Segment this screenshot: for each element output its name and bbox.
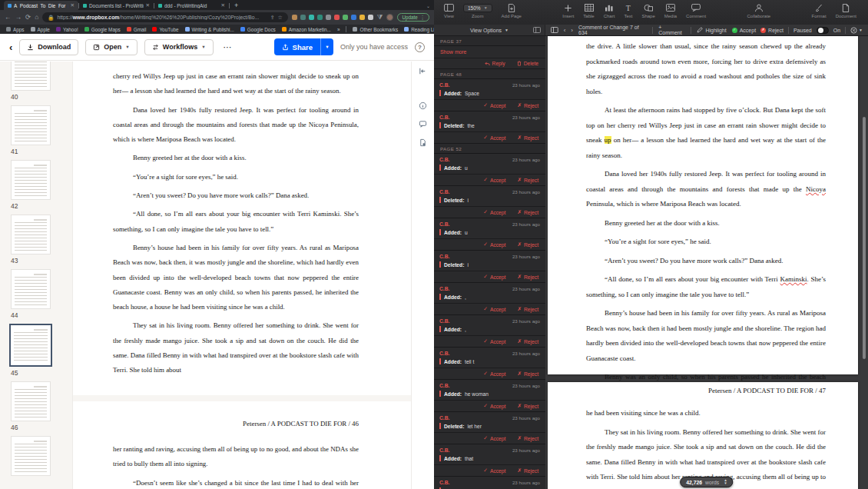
back-chevron-icon[interactable]: ‹ bbox=[9, 42, 12, 53]
zoom-control[interactable]: 150%▼ Zoom bbox=[459, 3, 496, 18]
collaborate-button[interactable]: Collaborate bbox=[744, 3, 775, 18]
tab-close-icon[interactable]: ✕ bbox=[221, 2, 225, 8]
page-thumbnail[interactable]: 42 bbox=[0, 160, 72, 210]
accept-change-button[interactable]: ✓Accept bbox=[483, 338, 505, 344]
accept-change-button[interactable]: ✓Accept bbox=[483, 209, 505, 215]
previous-change-button[interactable]: ‹ bbox=[564, 27, 566, 34]
bookmark-item[interactable]: Writing & Publishi... bbox=[185, 27, 234, 32]
share-button[interactable]: Share ▼ bbox=[274, 38, 333, 55]
bookmark-item[interactable]: YouTube bbox=[152, 27, 178, 32]
bookmarks-overflow-chevron[interactable]: » bbox=[337, 27, 340, 32]
extensions-puzzle-icon[interactable]: ⧩ bbox=[377, 14, 383, 21]
extension-icon[interactable] bbox=[368, 15, 373, 20]
pdf-preview-area[interactable]: cherry red Willys Jeep up just in case a… bbox=[73, 62, 411, 489]
chart-button[interactable]: Chart bbox=[600, 3, 619, 18]
text-button[interactable]: T Text bbox=[620, 3, 636, 18]
thumbnail-image[interactable] bbox=[11, 269, 51, 309]
share-dropdown-button[interactable]: ▼ bbox=[320, 38, 333, 55]
change-card[interactable]: C.B.23 hours agoDeleted:i✓Accept✗Reject bbox=[434, 251, 545, 283]
reject-change-button[interactable]: ✗Reject bbox=[517, 274, 538, 280]
accept-change-button[interactable]: ✓Accept bbox=[483, 102, 505, 108]
reject-change-button[interactable]: ✗Reject bbox=[517, 371, 538, 377]
bookmark-item[interactable]: Amazon Marketin... bbox=[282, 27, 331, 32]
thumbnail-image[interactable] bbox=[11, 62, 51, 91]
browser-tab[interactable]: Documents list - ProWritingAid✕ bbox=[79, 1, 154, 10]
add-comment-button[interactable]: + Comment bbox=[658, 25, 685, 35]
format-button[interactable]: Format bbox=[808, 3, 830, 18]
reject-change-button[interactable]: ✗Reject bbox=[517, 435, 538, 441]
change-card[interactable]: C.B.23 hours agoAdded:tell t✓Accept✗Reje… bbox=[434, 348, 545, 380]
tab-close-icon[interactable]: ✕ bbox=[71, 2, 75, 8]
extension-icon[interactable] bbox=[317, 15, 323, 20]
accept-change-button[interactable]: ✓Accept bbox=[483, 467, 505, 474]
change-card[interactable]: C.B.23 hours agoAdded:,✓Accept✗Reject bbox=[434, 315, 545, 348]
page-thumbnail-rail[interactable]: 40414243444546 bbox=[0, 62, 73, 489]
change-card[interactable]: C.B.23 hours agoAdded:,✓Accept✗Reject bbox=[434, 283, 545, 315]
change-card[interactable]: C.B.23 hours agoAdded:Space✓Accept✗Rejec… bbox=[434, 79, 545, 111]
help-icon[interactable]: ? bbox=[415, 42, 425, 52]
thumbnail-image[interactable] bbox=[11, 436, 51, 476]
workflows-button[interactable]: Workflows▼ bbox=[144, 39, 214, 55]
thumbnail-image[interactable] bbox=[11, 381, 51, 421]
accept-change-button[interactable]: ✓Accept bbox=[483, 371, 505, 377]
extension-icon[interactable] bbox=[359, 15, 365, 20]
change-card[interactable]: C.B.23 hours agoDeleted:i✓Accept✗Reject bbox=[434, 186, 545, 218]
thumbnail-image[interactable] bbox=[11, 215, 51, 254]
accept-change-button[interactable]: ✓Accept bbox=[483, 306, 505, 312]
reject-change-button[interactable]: ✗Reject bbox=[517, 209, 538, 215]
profile-avatar[interactable] bbox=[386, 14, 393, 21]
bookmark-star-icon[interactable]: ☆ bbox=[278, 15, 283, 21]
bookmark-item[interactable]: Apps bbox=[6, 27, 25, 32]
page-thumbnail[interactable]: 45 bbox=[0, 324, 72, 377]
home-icon[interactable]: ⌂ bbox=[35, 14, 38, 21]
word-count-pill[interactable]: 42,726 words ▲▼ bbox=[680, 477, 733, 487]
forward-icon[interactable]: → bbox=[15, 14, 22, 21]
table-button[interactable]: Table bbox=[579, 3, 598, 18]
reply-button[interactable]: Reply bbox=[485, 61, 505, 66]
change-card[interactable]: C.B.23 hours agoAdded:u✓Accept✗Reject bbox=[434, 154, 545, 186]
media-button[interactable]: Media bbox=[661, 3, 681, 18]
browser-tab[interactable]: A_Podcast_To_Die_For_proof✕ bbox=[4, 1, 78, 10]
reject-change-button[interactable]: ✗Reject bbox=[517, 338, 538, 344]
accept-change-button[interactable]: ✓Accept bbox=[483, 241, 505, 248]
change-card[interactable]: C.B.23 hours agoAdded:that✓Accept✗Reject bbox=[434, 444, 545, 477]
page-thumbnail[interactable]: 46 bbox=[0, 381, 72, 431]
accept-change-button[interactable]: ✓Accept bbox=[483, 403, 505, 409]
add-page-button[interactable]: Add Page bbox=[498, 3, 525, 18]
reject-change-button[interactable]: ✗Reject bbox=[517, 241, 538, 248]
changes-panel-icon[interactable] bbox=[551, 27, 558, 33]
view-button[interactable]: View bbox=[440, 3, 458, 18]
accept-change-button[interactable]: ✓Accept bbox=[483, 135, 505, 141]
reject-change-button[interactable]: ✗Reject bbox=[517, 306, 538, 312]
extension-icon[interactable] bbox=[326, 15, 331, 20]
bookmark-item[interactable]: Yahoo! bbox=[56, 27, 78, 32]
thumbnail-image[interactable] bbox=[9, 324, 52, 367]
accept-change-button[interactable]: ✓Accept bbox=[483, 274, 505, 280]
send-to-device-icon[interactable]: ⇪ bbox=[270, 15, 275, 21]
word-count-stepper[interactable]: ▲▼ bbox=[724, 479, 727, 484]
page-thumbnail[interactable]: 40 bbox=[0, 62, 72, 101]
download-button[interactable]: Download bbox=[19, 39, 78, 55]
bookmark-item[interactable]: Apple bbox=[31, 27, 50, 32]
reload-icon[interactable]: ⟳ bbox=[25, 14, 31, 21]
delete-button[interactable]: Delete bbox=[517, 61, 538, 66]
tracking-toggle[interactable] bbox=[817, 27, 829, 34]
extension-icon[interactable] bbox=[300, 15, 306, 20]
change-card[interactable]: C.B.23 hours agoAdded:u✓Accept✗Reject bbox=[434, 218, 545, 251]
collapse-panel-icon[interactable] bbox=[419, 67, 427, 75]
page-thumbnail[interactable] bbox=[0, 436, 72, 478]
change-card[interactable]: C.B.23 hours agoAdded:he woman✓Accept✗Re… bbox=[434, 380, 545, 412]
comment-button[interactable]: Comment bbox=[682, 3, 710, 18]
reject-change-button[interactable]: ✗Reject bbox=[517, 467, 538, 474]
reject-change-button[interactable]: ✗Reject bbox=[517, 102, 538, 108]
highlight-button[interactable]: Highlight bbox=[697, 27, 726, 33]
browser-tab[interactable]: ddd - ProWritingAid✕ bbox=[154, 1, 229, 10]
extension-icon[interactable] bbox=[334, 15, 340, 20]
change-card[interactable]: Show moreReplyDelete bbox=[434, 46, 545, 69]
change-card[interactable]: C.B.23 hours agoDeleted:the✓Accept✗Rejec… bbox=[434, 111, 545, 144]
tracked-changes-sidebar[interactable]: PAGE 37Show moreReplyDeletePAGE 48C.B.23… bbox=[434, 36, 545, 489]
accept-change-button[interactable]: ✓Accept bbox=[483, 435, 505, 441]
reading-list-button[interactable]: Reading List bbox=[404, 27, 434, 32]
bookmark-item[interactable]: Gmail bbox=[127, 27, 147, 32]
document-actions-icon[interactable] bbox=[419, 138, 427, 147]
